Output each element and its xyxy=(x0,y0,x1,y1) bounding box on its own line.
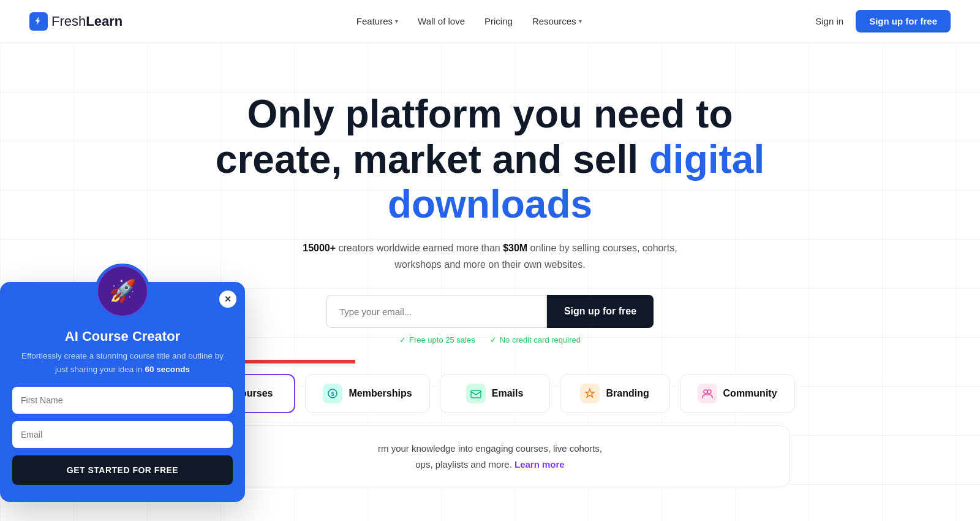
learn-more-link[interactable]: Learn more xyxy=(514,459,565,470)
nav-features[interactable]: Features ▾ xyxy=(356,16,398,26)
nav-wall-of-love[interactable]: Wall of love xyxy=(418,16,465,26)
branding-icon xyxy=(580,384,600,403)
nav-resources[interactable]: Resources ▾ xyxy=(532,16,582,26)
navbar: FreshLearn Features ▾ Wall of love Prici… xyxy=(0,0,980,43)
svg-rect-6 xyxy=(471,390,481,398)
feature-card-area: rm your knowledge into engaging courses,… xyxy=(153,425,827,487)
popup-email-input[interactable] xyxy=(12,421,233,448)
chevron-down-icon: ▾ xyxy=(395,18,398,25)
popup-cta-button[interactable]: GET STARTED FOR FREE xyxy=(12,455,233,485)
nav-pricing[interactable]: Pricing xyxy=(484,16,513,26)
red-arrow xyxy=(233,343,361,382)
popup-close-button[interactable]: ✕ xyxy=(219,291,236,308)
emails-icon xyxy=(466,384,486,403)
feature-card: rm your knowledge into engaging courses,… xyxy=(190,425,790,487)
hero-subtitle: 15000+ creators worldwide earned more th… xyxy=(0,240,980,273)
popup-avatar: 🚀 xyxy=(95,264,150,319)
nav-actions: Sign in Sign up for free xyxy=(815,10,951,32)
svg-point-8 xyxy=(707,390,711,394)
hero-title: Only platform you need to create, market… xyxy=(214,92,766,227)
hero-section: Only platform you need to create, market… xyxy=(0,43,980,521)
logo[interactable]: FreshLearn xyxy=(29,12,123,31)
tab-branding[interactable]: Branding xyxy=(560,374,670,413)
community-icon xyxy=(698,384,717,403)
signup-button[interactable]: Sign up for free xyxy=(856,10,951,32)
checkmark-icon-2: ✓ xyxy=(490,335,497,344)
hint-no-credit-card: ✓ No credit card required xyxy=(490,335,581,344)
nav-menu: Features ▾ Wall of love Pricing Resource… xyxy=(356,16,582,26)
memberships-icon: $ xyxy=(323,384,342,403)
checkmark-icon: ✓ xyxy=(399,335,406,344)
tab-emails[interactable]: Emails xyxy=(440,374,550,413)
svg-text:$: $ xyxy=(331,391,334,397)
logo-text: FreshLearn xyxy=(51,13,123,29)
chevron-down-icon-2: ▾ xyxy=(579,18,582,25)
logo-icon xyxy=(29,12,48,31)
hint-free-sales: ✓ Free upto 25 sales xyxy=(399,335,475,344)
signup-hero-button[interactable]: Sign up for free xyxy=(547,295,654,328)
rocket-icon: 🚀 xyxy=(98,267,147,316)
popup-first-name-input[interactable] xyxy=(12,387,233,414)
ai-course-creator-popup: 🚀 ✕ AI Course Creator Effortlessly creat… xyxy=(0,282,245,502)
tab-community[interactable]: Community xyxy=(680,374,795,413)
svg-point-7 xyxy=(704,390,707,394)
feature-card-text: rm your knowledge into engaging courses,… xyxy=(378,443,602,470)
popup-title: AI Course Creator xyxy=(0,329,245,344)
popup-description: Effortlessly create a stunning course ti… xyxy=(0,349,245,376)
email-input[interactable] xyxy=(326,295,547,328)
sign-in-button[interactable]: Sign in xyxy=(815,16,843,26)
